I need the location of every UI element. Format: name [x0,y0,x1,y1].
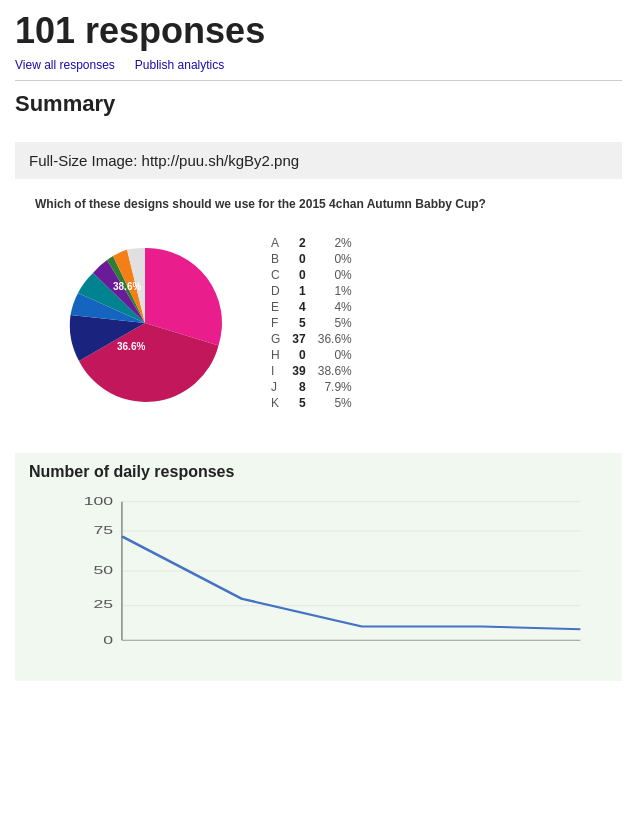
legend-letter: K [265,395,286,411]
svg-text:0: 0 [103,634,113,646]
legend-count: 4 [286,299,311,315]
pie-section: 38.6% 36.6% A 2 2% B 0 0% C 0 0% D 1 1% … [35,223,602,423]
legend-letter: H [265,347,286,363]
legend-letter: F [265,315,286,331]
legend-row: H 0 0% [265,347,358,363]
legend-count: 1 [286,283,311,299]
legend-pct: 7.9% [312,379,358,395]
legend-count: 0 [286,267,311,283]
legend-row: A 2 2% [265,235,358,251]
legend-row: F 5 5% [265,315,358,331]
view-all-link[interactable]: View all responses [15,58,115,72]
pie-label-386: 38.6% [113,281,141,292]
svg-text:50: 50 [93,565,113,577]
legend-pct: 4% [312,299,358,315]
legend-letter: A [265,235,286,251]
legend-row: I 39 38.6% [265,363,358,379]
line-chart-svg: 100 75 50 25 0 [69,491,598,651]
legend-pct: 0% [312,267,358,283]
legend-letter: J [265,379,286,395]
pie-chart: 38.6% 36.6% [55,233,235,413]
line-chart-area: 100 75 50 25 0 [29,491,608,671]
legend-letter: G [265,331,286,347]
page-title: 101 responses [15,10,622,52]
svg-text:100: 100 [84,495,113,507]
legend-pct: 0% [312,347,358,363]
summary-heading: Summary [15,91,622,117]
legend-pct: 1% [312,283,358,299]
legend-count: 5 [286,395,311,411]
legend-count: 39 [286,363,311,379]
legend-letter: D [265,283,286,299]
svg-text:25: 25 [93,599,113,611]
data-line [122,536,580,629]
legend-letter: C [265,267,286,283]
line-chart-card: Number of daily responses 100 75 50 25 0 [15,453,622,681]
top-links-bar: View all responses Publish analytics [15,58,622,81]
legend-row: G 37 36.6% [265,331,358,347]
legend-pct: 38.6% [312,363,358,379]
legend-letter: E [265,299,286,315]
legend-row: E 4 4% [265,299,358,315]
legend-row: K 5 5% [265,395,358,411]
legend-pct: 5% [312,395,358,411]
legend-count: 0 [286,347,311,363]
svg-text:75: 75 [93,524,113,536]
pie-card: Full-Size Image: http://puu.sh/kgBy2.png [15,142,622,179]
legend-letter: B [265,251,286,267]
legend-row: C 0 0% [265,267,358,283]
pie-label-366: 36.6% [117,341,145,352]
legend-row: D 1 1% [265,283,358,299]
legend-pct: 2% [312,235,358,251]
publish-analytics-link[interactable]: Publish analytics [135,58,224,72]
legend-row: J 8 7.9% [265,379,358,395]
pie-card-title: Full-Size Image: http://puu.sh/kgBy2.png [29,152,608,169]
legend-count: 37 [286,331,311,347]
legend-row: B 0 0% [265,251,358,267]
legend-letter: I [265,363,286,379]
pie-question: Which of these designs should we use for… [35,197,602,211]
legend-count: 2 [286,235,311,251]
legend-table: A 2 2% B 0 0% C 0 0% D 1 1% E 4 4% F 5 5… [265,235,358,411]
legend-pct: 0% [312,251,358,267]
legend-count: 5 [286,315,311,331]
legend-count: 0 [286,251,311,267]
legend-count: 8 [286,379,311,395]
legend-pct: 5% [312,315,358,331]
legend-pct: 36.6% [312,331,358,347]
line-chart-title: Number of daily responses [29,463,608,481]
